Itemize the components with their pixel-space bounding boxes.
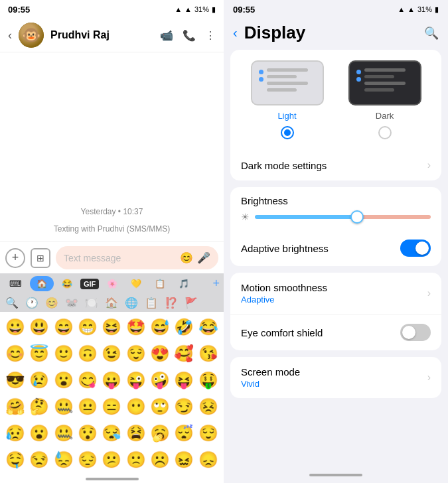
list-item[interactable]: 😂 <box>197 314 220 340</box>
light-theme-radio[interactable] <box>281 126 294 139</box>
symbol-emoji-icon[interactable]: ⁉️ <box>165 297 178 309</box>
list-item[interactable]: 😑 <box>100 394 123 419</box>
brightness-row: Brightness ☀ <box>230 187 441 230</box>
list-item[interactable]: 😎 <box>4 368 27 393</box>
list-item[interactable]: 😥 <box>4 421 27 446</box>
list-item[interactable]: 😫 <box>125 421 147 446</box>
display-search-icon[interactable]: 🔍 <box>424 26 439 40</box>
list-item[interactable]: 😛 <box>100 368 123 393</box>
dark-theme-radio[interactable] <box>378 126 392 139</box>
list-item[interactable]: 😯 <box>76 421 99 446</box>
list-item[interactable]: 😕 <box>100 447 123 472</box>
list-item[interactable]: 🤔 <box>28 394 50 419</box>
emoji-button[interactable]: 😊 <box>180 251 193 264</box>
brightness-slider[interactable] <box>255 215 431 219</box>
search-emoji-icon[interactable]: 🔍 <box>5 297 19 309</box>
object-emoji-icon[interactable]: 📋 <box>145 297 158 309</box>
clip-btn[interactable]: 📋 <box>149 276 171 291</box>
add-button[interactable]: + <box>5 248 25 268</box>
list-item[interactable]: 😄 <box>52 314 75 340</box>
list-item[interactable]: 😓 <box>52 447 75 472</box>
list-item[interactable]: 😪 <box>100 421 123 446</box>
list-item[interactable]: 🤐 <box>52 421 75 446</box>
back-button[interactable]: ‹ <box>8 29 12 42</box>
list-item[interactable]: 🤗 <box>4 394 27 419</box>
eye-comfort-toggle[interactable] <box>400 324 431 341</box>
list-item[interactable]: 😋 <box>76 368 99 393</box>
list-item[interactable]: 🤐 <box>52 394 75 419</box>
display-back-button[interactable]: ‹ <box>233 25 238 40</box>
list-item[interactable]: 😌 <box>125 341 147 366</box>
list-item[interactable]: 🤤 <box>4 447 27 472</box>
list-item[interactable]: 🙄 <box>149 394 171 419</box>
list-item[interactable]: 😏 <box>173 394 195 419</box>
list-item[interactable]: 😁 <box>76 314 99 340</box>
dark-mode-settings-row[interactable]: Dark mode settings › <box>230 150 441 180</box>
sticker-emoji-btn[interactable]: 😂 <box>56 276 78 291</box>
list-item[interactable]: 😅 <box>149 314 171 340</box>
list-item[interactable]: 😶 <box>125 394 147 419</box>
list-item[interactable]: 🥱 <box>149 421 171 446</box>
emoji-home-btn[interactable]: 🏠 <box>30 276 54 291</box>
list-item[interactable]: ☹️ <box>149 447 171 472</box>
list-item[interactable]: 🙂 <box>52 341 75 366</box>
activity-emoji-icon[interactable]: 🌐 <box>125 297 138 309</box>
list-item[interactable]: 😖 <box>173 447 195 472</box>
list-item[interactable]: 😀 <box>4 314 27 340</box>
list-item[interactable]: 😆 <box>100 314 123 340</box>
list-item[interactable]: 😃 <box>28 314 50 340</box>
list-item[interactable]: 😒 <box>28 447 50 472</box>
list-item[interactable]: 😐 <box>76 394 99 419</box>
list-item[interactable]: 😮 <box>52 368 75 393</box>
dark-theme-option[interactable]: Dark <box>348 60 421 139</box>
list-item[interactable]: 🤪 <box>149 368 171 393</box>
message-input-box[interactable]: Text message 😊 🎤 <box>56 246 218 269</box>
list-item[interactable]: 😘 <box>197 341 220 366</box>
list-item[interactable]: 🙃 <box>76 341 99 366</box>
flag-emoji-icon[interactable]: 🚩 <box>185 297 198 309</box>
add-emoji-btn[interactable]: + <box>212 277 220 291</box>
food-emoji-icon[interactable]: 🍽️ <box>85 297 98 309</box>
flower-btn[interactable]: 🌸 <box>102 276 123 291</box>
list-item[interactable]: 😉 <box>100 341 123 366</box>
keyboard-icon-btn[interactable]: ⌨ <box>4 276 27 291</box>
list-item[interactable]: 😇 <box>28 341 50 366</box>
face-emoji-icon[interactable]: 😊 <box>45 297 58 309</box>
list-item[interactable]: 🙁 <box>125 447 147 472</box>
list-item[interactable]: 😍 <box>149 341 171 366</box>
list-item[interactable]: 🤩 <box>125 314 147 340</box>
brightness-thumb[interactable] <box>350 210 364 224</box>
list-item[interactable]: 😮 <box>28 421 50 446</box>
list-item[interactable]: 🥰 <box>173 341 195 366</box>
list-item[interactable]: 😞 <box>197 447 220 472</box>
list-item[interactable]: 😊 <box>4 341 27 366</box>
phone-icon[interactable]: 📞 <box>183 29 196 42</box>
music-note-btn[interactable]: 🎵 <box>173 276 194 291</box>
list-item[interactable]: 🤣 <box>173 314 195 340</box>
list-item[interactable]: 😌 <box>197 421 220 446</box>
adaptive-brightness-toggle[interactable] <box>400 240 431 257</box>
light-theme-option[interactable]: Light <box>251 60 324 139</box>
gif-btn[interactable]: GIF <box>80 279 99 289</box>
contact-name: Prudhvi Raj <box>50 29 153 41</box>
place-emoji-icon[interactable]: 🏠 <box>105 297 118 309</box>
gallery-button[interactable]: ⊞ <box>31 248 50 268</box>
more-options-icon[interactable]: ⋮ <box>205 29 216 42</box>
screen-mode-row[interactable]: Screen mode Vivid › <box>230 357 441 398</box>
badge-btn[interactable]: 💛 <box>125 276 147 291</box>
clock-emoji-icon[interactable]: 🕐 <box>25 297 38 309</box>
motion-smoothness-row[interactable]: Motion smoothness Adaptive › <box>230 273 441 314</box>
list-item[interactable]: 😣 <box>197 394 220 419</box>
motion-smoothness-label: Motion smoothness <box>241 282 327 293</box>
right-battery-percent: 31% <box>417 5 432 13</box>
list-item[interactable]: 😝 <box>173 368 195 393</box>
video-call-icon[interactable]: 📹 <box>160 29 173 42</box>
mic-button[interactable]: 🎤 <box>197 251 210 264</box>
list-item[interactable]: 😔 <box>76 447 99 472</box>
list-item[interactable]: 😴 <box>173 421 195 446</box>
list-item[interactable]: 😢 <box>28 368 50 393</box>
animal-emoji-icon[interactable]: 🐭 <box>65 297 78 309</box>
list-item[interactable]: 😜 <box>125 368 147 393</box>
right-status-bar: 09:55 ▲ ▲ 31% ▮ <box>224 0 448 19</box>
list-item[interactable]: 🤑 <box>197 368 220 393</box>
